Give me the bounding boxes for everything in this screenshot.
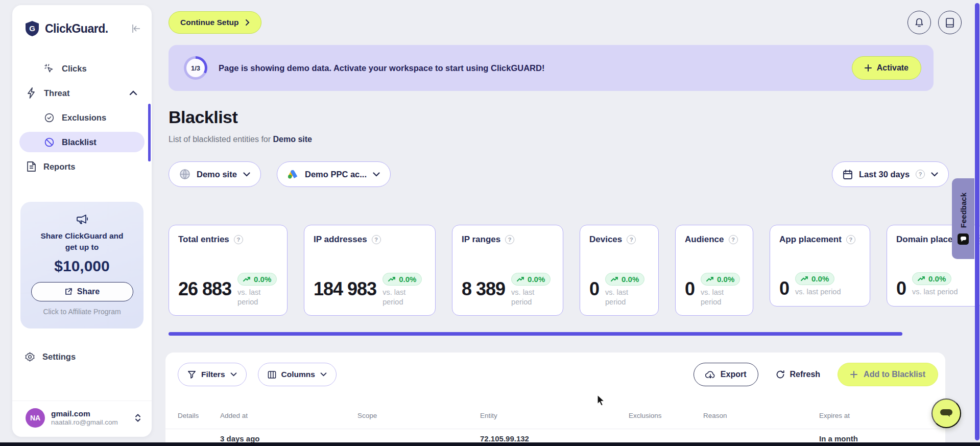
column-header-exclusions[interactable]: Exclusions [629,412,703,419]
continue-setup-button[interactable]: Continue Setup [169,11,261,34]
sidebar-item-threat[interactable]: Threat [19,83,145,103]
filters-button[interactable]: Filters [178,363,247,386]
site-selector[interactable]: Demo site [169,161,261,187]
activate-button[interactable]: Activate [852,56,921,80]
stat-card-value: 0 [589,280,599,298]
date-range-label: Last 30 days [859,170,910,179]
gear-icon [25,351,35,362]
sidebar-item-reports[interactable]: Reports [19,156,145,177]
stat-card-label: Devices [589,234,622,245]
help-icon[interactable]: ? [505,235,514,244]
columns-icon [268,370,276,379]
blacklist-table-panel: Filters Columns Export [165,353,945,446]
stat-card-ip-ranges: IP ranges? 8 389 0.0% vs. last period [452,225,563,316]
export-label: Export [721,370,747,379]
clickguard-app: G ClickGuard. Clicks Threat [0,0,980,446]
column-header-added-at[interactable]: Added at [220,412,357,419]
stat-card-devices: Devices? 0 0.0% vs. last period [580,225,659,316]
plus-icon [850,371,857,378]
stat-card-compare: vs. last period [237,288,271,307]
help-icon[interactable]: ? [729,235,738,244]
sidebar-item-blacklist[interactable]: Blacklist [19,132,145,152]
app-name: ClickGuard. [45,22,126,36]
add-to-blacklist-label: Add to Blacklist [864,370,925,379]
bell-icon [914,17,924,28]
date-range-selector[interactable]: Last 30 days ? [832,161,949,187]
columns-button[interactable]: Columns [258,363,337,386]
trend-up-icon [243,276,251,282]
ppc-account-selector[interactable]: Demo PPC ac... [277,161,391,187]
feedback-tab[interactable]: Feedback [952,178,974,259]
sidebar: G ClickGuard. Clicks Threat [12,5,152,437]
column-header-reason[interactable]: Reason [703,412,819,419]
calendar-icon [843,169,853,180]
stat-card-delta: 0.0% [928,274,946,283]
row-entity-cell: 72.105.99.132 [480,434,629,443]
row-scope-cell [357,434,480,443]
column-header-scope[interactable]: Scope [357,412,480,419]
stat-card-total-entries: Total entries? 26 883 0.0% vs. last peri… [169,225,288,316]
collapse-sidebar-icon[interactable] [131,24,141,33]
chat-widget-button[interactable] [931,398,961,428]
cursor-click-icon [44,63,55,74]
notifications-button[interactable] [907,11,931,34]
bolt-icon [27,87,37,99]
chevron-up-icon [129,90,137,96]
docs-button[interactable] [938,11,962,34]
stat-card-delta: 0.0% [811,274,829,283]
stat-card-compare: vs. last period [511,288,545,307]
page-subtitle: List of blacklisted entities for Demo si… [169,135,312,144]
sidebar-scrollbar-thumb[interactable] [148,104,151,161]
column-header-entity[interactable]: Entity [480,412,629,419]
stat-card-label: App placement [779,234,842,245]
clickguard-shield-icon: G [25,20,40,37]
trend-up-icon [388,276,396,282]
feedback-label: Feedback [959,193,968,228]
refresh-label: Refresh [790,370,821,379]
sidebar-item-clicks[interactable]: Clicks [19,58,145,79]
row-exclusions-cell [629,434,703,443]
user-meta: gmail.com naatali.ro@gmail.com [51,409,128,427]
sidebar-item-label: Blacklist [62,137,137,147]
refresh-button[interactable]: Refresh [776,370,821,379]
account-switcher[interactable]: NA gmail.com naatali.ro@gmail.com [12,401,152,431]
table-toolbar: Filters Columns Export [178,363,938,386]
banner-message: Page is showing demo data. Activate your… [219,63,852,73]
table-row[interactable]: 3 days ago 72.105.99.132 In a month [165,434,945,443]
export-button[interactable]: Export [694,363,758,386]
stat-card-compare: vs. last period [701,288,734,307]
help-icon[interactable]: ? [846,235,855,244]
cards-horizontal-scrollbar[interactable] [169,332,902,336]
sidebar-item-settings[interactable]: Settings [25,351,76,362]
affiliate-promo-card[interactable]: Share ClickGuard and get up to $10,000 S… [20,202,144,328]
chevron-down-icon [230,372,237,377]
share-button[interactable]: Share [31,282,133,301]
page-scrollbar-thumb[interactable] [975,3,979,440]
stat-card-ip-addresses: IP addresses? 184 983 0.0% vs. last peri… [304,225,436,316]
chevron-down-icon [243,172,250,177]
stat-card-app-placement: App placement? 0 0.0% vs. last period [770,225,870,307]
svg-text:G: G [29,24,35,33]
stat-card-value: 8 389 [462,280,505,298]
sidebar-item-exclusions[interactable]: Exclusions [19,107,145,128]
bottom-edge-bar [0,442,980,446]
badge-check-icon [44,112,55,123]
plus-icon [865,64,872,72]
help-icon[interactable]: ? [627,235,636,244]
avatar: NA [26,408,45,428]
stat-card-value: 0 [685,280,695,298]
chevron-down-icon [931,172,938,177]
column-header-expires-at[interactable]: Expires at [819,412,945,419]
page-title: Blacklist [169,107,237,127]
ban-icon [44,137,55,148]
file-icon [27,161,36,172]
stat-card-label: Audience [685,234,724,245]
column-header-details[interactable]: Details [165,412,220,419]
add-to-blacklist-button[interactable]: Add to Blacklist [838,363,938,386]
help-icon[interactable]: ? [234,235,243,244]
promo-footnote: Click to Affiliate Program [29,308,135,316]
help-icon[interactable]: ? [372,235,381,244]
stat-card-delta: 0.0% [528,275,545,284]
user-email: naatali.ro@gmail.com [51,418,128,427]
megaphone-icon [29,213,135,225]
